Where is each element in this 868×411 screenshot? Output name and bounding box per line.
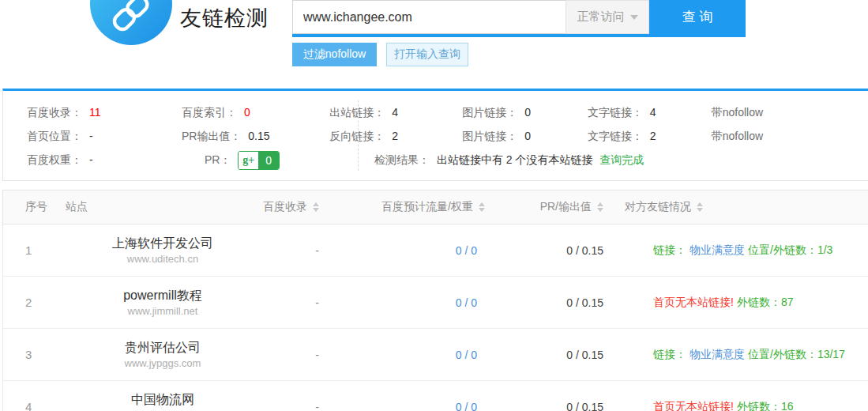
friend-link-logo <box>90 0 172 45</box>
stat-pr-output: PR输出值： 0.15 <box>182 124 318 148</box>
stat-baidu-index: 百度索引： 0 <box>182 100 318 124</box>
stats-row-3: 百度权重： - PR： g+0 检测结果： 出站链接中有 2 个没有本站链接 查… <box>27 148 868 172</box>
panel-divider <box>358 100 359 171</box>
page-title: 友链检测 <box>180 4 269 32</box>
header-baidu-included[interactable]: 百度收录 <box>260 190 339 224</box>
site-cell: 中国物流网 www.wuliu.auak.com <box>62 381 260 411</box>
traffic-weight-link[interactable]: 0 / 0 <box>339 277 497 328</box>
google-plus-icon: g+ <box>239 152 258 169</box>
site-url: www.wuliu.auak.com <box>115 409 211 411</box>
stats-row-2: 首页位置： - PR输出值： 0.15 反向链接： 2 图片链接： 0 文字链接… <box>27 124 868 148</box>
baidu-included-value: - <box>260 224 339 276</box>
stat-home-position: 首页位置： - <box>27 124 182 148</box>
pr-output-value: 0 / 0.15 <box>497 277 615 328</box>
baidu-included-value: - <box>260 277 339 328</box>
open-input-query-button[interactable]: 打开输入查询 <box>386 43 468 66</box>
row-index: 2 <box>3 277 62 328</box>
header-index: 序号 <box>3 190 62 224</box>
header-site: 站点 <box>62 190 260 224</box>
traffic-weight-link[interactable]: 0 / 0 <box>339 224 497 276</box>
table-header-row: 序号 站点 百度收录 百度预计流量/权重 PR/输出值 对方友链情况 <box>2 190 868 224</box>
stat-backlinks: 反向链接： 2 <box>329 124 462 148</box>
traffic-weight-link[interactable]: 0 / 0 <box>339 381 497 411</box>
link-status-cell: 首页无本站链接! 外链数：87 <box>615 277 868 328</box>
stat-text-links-back: 文字链接： 2 <box>588 124 712 148</box>
search-input[interactable] <box>292 0 566 34</box>
table-row: 3 贵州评估公司 www.jypggs.com - 0 / 0 0 / 0.15… <box>2 329 868 381</box>
access-mode-label: 正常访问 <box>577 9 625 25</box>
sort-icon[interactable] <box>597 202 603 212</box>
query-button[interactable]: 查 询 <box>649 0 746 34</box>
pr-output-value: 0 / 0.15 <box>497 224 615 276</box>
site-name-link[interactable]: 中国物流网 <box>131 391 194 409</box>
link-status-cell: 链接：物业满意度 位置/外链数：1/3 <box>615 224 868 276</box>
header-link-status[interactable]: 对方友链情况 <box>615 190 868 224</box>
baidu-included-value: - <box>260 329 339 380</box>
results-table: 序号 站点 百度收录 百度预计流量/权重 PR/输出值 对方友链情况 1 上海软… <box>2 190 868 411</box>
stat-nofollow-back: 带nofollow <box>712 124 868 148</box>
table-row: 4 中国物流网 www.wuliu.auak.com - 0 / 0 0 / 0… <box>2 381 868 411</box>
stat-image-links-back: 图片链接： 0 <box>462 124 588 148</box>
row-index: 1 <box>3 224 62 276</box>
site-name-link[interactable]: 贵州评估公司 <box>125 339 201 356</box>
stat-image-links-out: 图片链接： 0 <box>462 100 588 124</box>
access-mode-dropdown[interactable]: 正常访问 <box>566 0 649 34</box>
site-url: www.jimmill.net <box>128 304 198 319</box>
site-name-link[interactable]: 上海软件开发公司 <box>112 235 213 252</box>
stat-pr: PR： g+0 <box>205 148 360 172</box>
link-status-cell: 链接：物业满意度 位置/外链数：13/17 <box>615 329 868 380</box>
stat-baidu-weight: 百度权重： - <box>27 148 205 172</box>
stat-baidu-included: 百度收录： 11 <box>27 100 182 124</box>
search-accent-bar <box>292 34 746 37</box>
stat-nofollow-out: 带nofollow <box>712 100 868 124</box>
anchor-text-link[interactable]: 物业满意度 <box>690 348 745 362</box>
site-url: www.uditech.cn <box>127 252 198 266</box>
site-cell: 贵州评估公司 www.jypggs.com <box>62 329 260 380</box>
site-url: www.jypggs.com <box>125 356 201 371</box>
sort-icon[interactable] <box>479 202 485 212</box>
header-pr-output[interactable]: PR/输出值 <box>497 190 615 224</box>
stats-panel: 百度收录： 11 百度索引： 0 出站链接： 4 图片链接： 0 文字链接： 4… <box>2 89 868 181</box>
stat-outbound-links: 出站链接： 4 <box>329 100 462 124</box>
filter-nofollow-button[interactable]: 过滤nofollow <box>292 43 377 66</box>
header-traffic-weight[interactable]: 百度预计流量/权重 <box>339 190 497 224</box>
baidu-included-value: - <box>260 381 339 411</box>
stat-text-links-out: 文字链接： 4 <box>588 100 712 124</box>
site-name-link[interactable]: powermill教程 <box>123 287 202 304</box>
table-row: 1 上海软件开发公司 www.uditech.cn - 0 / 0 0 / 0.… <box>2 224 868 277</box>
site-cell: 上海软件开发公司 www.uditech.cn <box>62 224 260 276</box>
anchor-text-link[interactable]: 物业满意度 <box>690 243 745 258</box>
table-row: 2 powermill教程 www.jimmill.net - 0 / 0 0 … <box>2 277 868 329</box>
pr-output-value: 0 / 0.15 <box>497 329 615 380</box>
row-index: 4 <box>3 381 62 411</box>
link-status-cell: 首页无本站链接! 外链数：16 <box>615 381 868 411</box>
site-cell: powermill教程 www.jimmill.net <box>62 277 260 328</box>
stat-detect-result: 检测结果： 出站链接中有 2 个没有本站链接 查询完成 <box>374 148 644 172</box>
no-backlink-warning: 首页无本站链接! <box>653 296 734 310</box>
traffic-weight-link[interactable]: 0 / 0 <box>339 329 497 380</box>
query-complete-status: 查询完成 <box>599 153 644 166</box>
chevron-down-icon <box>630 15 638 20</box>
pr-output-value: 0 / 0.15 <box>497 381 615 411</box>
sort-icon[interactable] <box>697 202 703 212</box>
google-pr-badge: g+0 <box>238 151 280 170</box>
row-index: 3 <box>3 329 62 380</box>
no-backlink-warning: 首页无本站链接! <box>653 400 734 411</box>
sort-icon[interactable] <box>313 202 319 212</box>
top-bar: 友链检测 正常访问 查 询 过滤nofollow 打开输入查询 <box>0 0 868 89</box>
chain-link-icon <box>107 0 156 45</box>
stats-row-1: 百度收录： 11 百度索引： 0 出站链接： 4 图片链接： 0 文字链接： 4… <box>27 100 868 124</box>
